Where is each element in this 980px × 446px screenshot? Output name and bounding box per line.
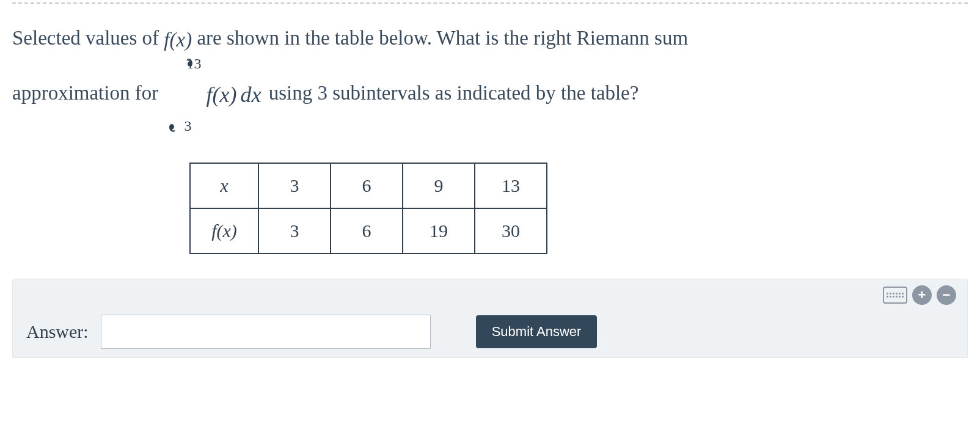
math-fx: f(x)	[164, 25, 192, 56]
question-text: Selected values of f(x) are shown in the…	[12, 23, 968, 134]
zoom-in-icon[interactable]: +	[912, 285, 932, 305]
keyboard-icon[interactable]	[883, 287, 907, 304]
q-line1-post: are shown in the table below. What is th…	[197, 27, 688, 49]
answer-bar: + − Answer: Submit Answer	[12, 279, 968, 358]
q-line2-pre: approximation for	[12, 82, 163, 104]
integral-upper-bound: 13	[186, 53, 201, 75]
table-row-x: x 3 6 9 13	[190, 163, 547, 208]
fx-val-1: 6	[331, 208, 403, 254]
zoom-out-icon[interactable]: −	[937, 285, 956, 305]
integral-lower-bound: 3	[184, 115, 191, 137]
x-val-2: 9	[403, 163, 475, 208]
answer-input[interactable]	[101, 315, 431, 349]
x-val-0: 3	[258, 163, 331, 208]
x-val-3: 13	[475, 163, 547, 208]
values-table: x 3 6 9 13 f(x) 3 6 19 30	[189, 163, 547, 254]
toolbar: + −	[883, 285, 956, 305]
integral-sign-icon: 13 3	[166, 55, 200, 134]
row-x-label: x	[190, 163, 258, 208]
row-fx-label: f(x)	[190, 208, 258, 254]
submit-answer-button[interactable]: Submit Answer	[476, 315, 598, 348]
fx-val-2: 19	[403, 208, 475, 254]
table-row-fx: f(x) 3 6 19 30	[190, 208, 547, 254]
q-line1-pre: Selected values of	[12, 27, 164, 49]
integral-expression: 13 3 f(x) dx	[166, 55, 261, 134]
x-val-1: 6	[331, 163, 403, 208]
fx-val-3: 30	[475, 208, 547, 254]
section-divider	[12, 2, 968, 4]
integrand: f(x) dx	[206, 78, 261, 111]
q-line2-post: using 3 subintervals as indicated by the…	[269, 82, 639, 104]
fx-val-0: 3	[258, 208, 331, 254]
answer-label: Answer:	[26, 321, 89, 342]
